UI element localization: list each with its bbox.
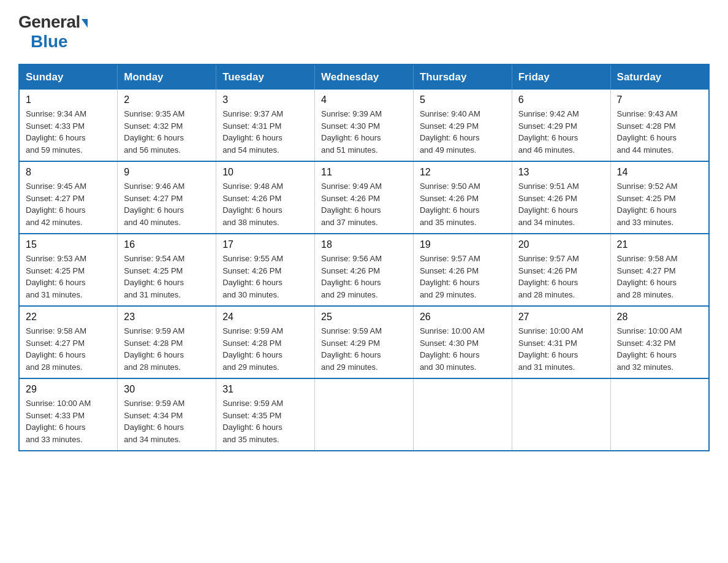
- calendar-cell: 16 Sunrise: 9:54 AM Sunset: 4:25 PM Dayl…: [118, 234, 216, 306]
- calendar-cell: 30 Sunrise: 9:59 AM Sunset: 4:34 PM Dayl…: [118, 378, 216, 451]
- header-thursday: Thursday: [413, 64, 512, 90]
- calendar-cell: 14 Sunrise: 9:52 AM Sunset: 4:25 PM Dayl…: [610, 161, 709, 234]
- calendar-week-row: 15 Sunrise: 9:53 AM Sunset: 4:25 PM Dayl…: [19, 234, 709, 306]
- calendar-cell: 6 Sunrise: 9:42 AM Sunset: 4:29 PM Dayli…: [512, 90, 610, 161]
- day-info: Sunrise: 9:56 AM Sunset: 4:26 PM Dayligh…: [321, 253, 407, 301]
- day-number: 24: [222, 312, 308, 323]
- day-info: Sunrise: 9:50 AM Sunset: 4:26 PM Dayligh…: [420, 180, 506, 228]
- header-sunday: Sunday: [19, 64, 118, 90]
- day-number: 7: [617, 94, 702, 105]
- day-info: Sunrise: 10:00 AM Sunset: 4:30 PM Daylig…: [420, 325, 506, 373]
- day-info: Sunrise: 10:00 AM Sunset: 4:32 PM Daylig…: [617, 325, 702, 373]
- day-info: Sunrise: 9:59 AM Sunset: 4:28 PM Dayligh…: [124, 325, 210, 373]
- day-number: 23: [124, 312, 210, 323]
- day-number: 10: [222, 167, 308, 178]
- calendar-cell: 18 Sunrise: 9:56 AM Sunset: 4:26 PM Dayl…: [315, 234, 414, 306]
- day-info: Sunrise: 9:43 AM Sunset: 4:28 PM Dayligh…: [617, 108, 702, 156]
- calendar-table: Sunday Monday Tuesday Wednesday Thursday…: [18, 64, 710, 451]
- day-info: Sunrise: 9:49 AM Sunset: 4:26 PM Dayligh…: [321, 180, 407, 228]
- calendar-cell: 31 Sunrise: 9:59 AM Sunset: 4:35 PM Dayl…: [216, 378, 315, 451]
- calendar-cell: [610, 378, 709, 451]
- day-info: Sunrise: 9:42 AM Sunset: 4:29 PM Dayligh…: [518, 108, 604, 156]
- calendar-week-row: 1 Sunrise: 9:34 AM Sunset: 4:33 PM Dayli…: [19, 90, 709, 161]
- day-info: Sunrise: 9:59 AM Sunset: 4:34 PM Dayligh…: [124, 397, 210, 445]
- calendar-cell: 17 Sunrise: 9:55 AM Sunset: 4:26 PM Dayl…: [216, 234, 315, 306]
- day-info: Sunrise: 9:37 AM Sunset: 4:31 PM Dayligh…: [222, 108, 308, 156]
- day-number: 12: [420, 167, 506, 178]
- day-number: 21: [617, 239, 702, 250]
- day-info: Sunrise: 9:58 AM Sunset: 4:27 PM Dayligh…: [26, 325, 111, 373]
- calendar-cell: 1 Sunrise: 9:34 AM Sunset: 4:33 PM Dayli…: [19, 90, 118, 161]
- calendar-cell: 2 Sunrise: 9:35 AM Sunset: 4:32 PM Dayli…: [118, 90, 216, 161]
- day-number: 17: [222, 239, 308, 250]
- day-info: Sunrise: 9:35 AM Sunset: 4:32 PM Dayligh…: [124, 108, 210, 156]
- calendar-cell: 9 Sunrise: 9:46 AM Sunset: 4:27 PM Dayli…: [118, 161, 216, 234]
- day-number: 3: [222, 94, 308, 105]
- day-info: Sunrise: 9:54 AM Sunset: 4:25 PM Dayligh…: [124, 253, 210, 301]
- day-info: Sunrise: 9:45 AM Sunset: 4:27 PM Dayligh…: [26, 180, 111, 228]
- day-info: Sunrise: 9:59 AM Sunset: 4:35 PM Dayligh…: [222, 397, 308, 445]
- day-info: Sunrise: 9:59 AM Sunset: 4:28 PM Dayligh…: [222, 325, 308, 373]
- calendar-cell: 21 Sunrise: 9:58 AM Sunset: 4:27 PM Dayl…: [610, 234, 709, 306]
- day-info: Sunrise: 9:59 AM Sunset: 4:29 PM Dayligh…: [321, 325, 407, 373]
- day-number: 4: [321, 94, 407, 105]
- header-tuesday: Tuesday: [216, 64, 315, 90]
- header-monday: Monday: [118, 64, 216, 90]
- calendar-week-row: 22 Sunrise: 9:58 AM Sunset: 4:27 PM Dayl…: [19, 306, 709, 378]
- day-info: Sunrise: 9:57 AM Sunset: 4:26 PM Dayligh…: [518, 253, 604, 301]
- day-number: 25: [321, 312, 407, 323]
- day-number: 11: [321, 167, 407, 178]
- page-header: General Blue: [18, 12, 710, 52]
- day-number: 22: [26, 312, 111, 323]
- day-number: 2: [124, 94, 210, 105]
- day-number: 5: [420, 94, 506, 105]
- day-info: Sunrise: 9:57 AM Sunset: 4:26 PM Dayligh…: [420, 253, 506, 301]
- calendar-cell: 27 Sunrise: 10:00 AM Sunset: 4:31 PM Day…: [512, 306, 610, 378]
- day-info: Sunrise: 9:48 AM Sunset: 4:26 PM Dayligh…: [222, 180, 308, 228]
- day-info: Sunrise: 9:55 AM Sunset: 4:26 PM Dayligh…: [222, 253, 308, 301]
- calendar-cell: 4 Sunrise: 9:39 AM Sunset: 4:30 PM Dayli…: [315, 90, 414, 161]
- day-number: 29: [26, 384, 111, 395]
- calendar-cell: 5 Sunrise: 9:40 AM Sunset: 4:29 PM Dayli…: [413, 90, 512, 161]
- day-number: 26: [420, 312, 506, 323]
- calendar-cell: 13 Sunrise: 9:51 AM Sunset: 4:26 PM Dayl…: [512, 161, 610, 234]
- calendar-cell: 12 Sunrise: 9:50 AM Sunset: 4:26 PM Dayl…: [413, 161, 512, 234]
- day-number: 27: [518, 312, 604, 323]
- calendar-body: 1 Sunrise: 9:34 AM Sunset: 4:33 PM Dayli…: [19, 90, 709, 451]
- calendar-cell: 3 Sunrise: 9:37 AM Sunset: 4:31 PM Dayli…: [216, 90, 315, 161]
- calendar-cell: 8 Sunrise: 9:45 AM Sunset: 4:27 PM Dayli…: [19, 161, 118, 234]
- day-number: 19: [420, 239, 506, 250]
- day-info: Sunrise: 9:46 AM Sunset: 4:27 PM Dayligh…: [124, 180, 210, 228]
- day-number: 13: [518, 167, 604, 178]
- day-number: 20: [518, 239, 604, 250]
- calendar-cell: 15 Sunrise: 9:53 AM Sunset: 4:25 PM Dayl…: [19, 234, 118, 306]
- day-number: 9: [124, 167, 210, 178]
- day-info: Sunrise: 9:53 AM Sunset: 4:25 PM Dayligh…: [26, 253, 111, 301]
- calendar-cell: 26 Sunrise: 10:00 AM Sunset: 4:30 PM Day…: [413, 306, 512, 378]
- day-number: 14: [617, 167, 702, 178]
- calendar-cell: 28 Sunrise: 10:00 AM Sunset: 4:32 PM Day…: [610, 306, 709, 378]
- day-info: Sunrise: 10:00 AM Sunset: 4:33 PM Daylig…: [26, 397, 111, 445]
- header-wednesday: Wednesday: [315, 64, 414, 90]
- calendar-cell: 20 Sunrise: 9:57 AM Sunset: 4:26 PM Dayl…: [512, 234, 610, 306]
- day-number: 30: [124, 384, 210, 395]
- calendar-cell: 10 Sunrise: 9:48 AM Sunset: 4:26 PM Dayl…: [216, 161, 315, 234]
- day-number: 28: [617, 312, 702, 323]
- calendar-cell: 25 Sunrise: 9:59 AM Sunset: 4:29 PM Dayl…: [315, 306, 414, 378]
- weekday-header-row: Sunday Monday Tuesday Wednesday Thursday…: [19, 64, 709, 90]
- calendar-cell: 11 Sunrise: 9:49 AM Sunset: 4:26 PM Dayl…: [315, 161, 414, 234]
- calendar-week-row: 8 Sunrise: 9:45 AM Sunset: 4:27 PM Dayli…: [19, 161, 709, 234]
- logo-general-text: General: [18, 12, 88, 32]
- day-info: Sunrise: 9:58 AM Sunset: 4:27 PM Dayligh…: [617, 253, 702, 301]
- logo-blue-text: Blue: [31, 32, 88, 52]
- day-number: 1: [26, 94, 111, 105]
- day-number: 8: [26, 167, 111, 178]
- calendar-cell: 24 Sunrise: 9:59 AM Sunset: 4:28 PM Dayl…: [216, 306, 315, 378]
- header-friday: Friday: [512, 64, 610, 90]
- day-number: 18: [321, 239, 407, 250]
- calendar-cell: 7 Sunrise: 9:43 AM Sunset: 4:28 PM Dayli…: [610, 90, 709, 161]
- calendar-cell: 22 Sunrise: 9:58 AM Sunset: 4:27 PM Dayl…: [19, 306, 118, 378]
- day-info: Sunrise: 9:34 AM Sunset: 4:33 PM Dayligh…: [26, 108, 111, 156]
- calendar-cell: 19 Sunrise: 9:57 AM Sunset: 4:26 PM Dayl…: [413, 234, 512, 306]
- calendar-cell: [315, 378, 414, 451]
